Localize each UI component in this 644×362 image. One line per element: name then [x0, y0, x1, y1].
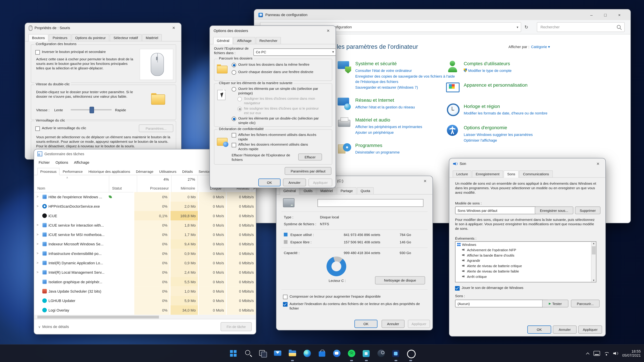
- underline-hover-radio[interactable]: Ne souligner les titres d'icônes que si …: [238, 106, 320, 115]
- radio[interactable]: [232, 117, 236, 121]
- sounds-select[interactable]: (Aucun): [455, 300, 548, 308]
- spotify-icon[interactable]: [344, 345, 359, 362]
- cp-task-link[interactable]: Modifier les formats de date, d'heure ou…: [464, 111, 561, 116]
- tab-affichage[interactable]: Affichage: [234, 37, 256, 44]
- table-row[interactable]: >Infrastructure d'extensibilité po...0%0…: [34, 249, 256, 258]
- checkbox[interactable]: [232, 143, 236, 147]
- tab-rechercher[interactable]: Rechercher: [256, 37, 281, 44]
- cp-task-link[interactable]: Optimiser l'affichage: [464, 138, 561, 143]
- double-click-speed-slider[interactable]: [70, 107, 112, 112]
- tab-boutons[interactable]: Boutons: [28, 34, 48, 41]
- tab-selecteur-rotatif[interactable]: Sélecteur rotatif: [110, 34, 142, 41]
- startup-sound-checkbox[interactable]: Jouer le son de démarrage de Windows: [455, 286, 578, 291]
- test-button[interactable]: ▶Tester: [542, 300, 568, 308]
- close-button[interactable]: ×: [612, 12, 626, 17]
- compress-checkbox[interactable]: Compresser ce lecteur pour augmenter l'e…: [283, 294, 422, 299]
- close-icon[interactable]: ×: [324, 27, 332, 34]
- test-folder-icon[interactable]: [151, 93, 165, 105]
- new-window-radio[interactable]: Ouvrir chaque dossier dans une fenêtre d…: [232, 70, 327, 75]
- close-icon[interactable]: ×: [170, 24, 178, 31]
- expand-chevron-icon[interactable]: >: [36, 261, 42, 265]
- tab-performance[interactable]: Performance: [60, 168, 85, 175]
- mail-icon[interactable]: [270, 345, 285, 362]
- tab-general[interactable]: Général: [213, 37, 233, 44]
- expand-chevron-icon[interactable]: >: [36, 204, 42, 208]
- tab-options-pointeur[interactable]: Options du pointeur: [72, 34, 109, 41]
- tab-materiel[interactable]: Matériel: [142, 34, 162, 41]
- start-icon[interactable]: [226, 345, 241, 362]
- table-row[interactable]: >Indexeur Microsoft Windows Se...0%9,4 M…: [34, 239, 256, 249]
- column-nom[interactable]: Nom: [38, 186, 45, 190]
- table-row[interactable]: LGHUB Updater0%5,9 Mo0 Mo/s0 Mbits/s: [34, 296, 256, 305]
- checkbox[interactable]: [455, 286, 460, 291]
- sound-event-item[interactable]: Arrêt critique: [456, 274, 596, 279]
- hidden-icons-chevron[interactable]: [586, 352, 590, 355]
- details-toggle[interactable]: ∨ Moins de détails: [38, 325, 69, 329]
- cp-category-title[interactable]: Réseau et Internet: [355, 97, 460, 103]
- checkbox[interactable]: [283, 302, 288, 307]
- cp-task-link[interactable]: Désinstaller un programme: [355, 150, 460, 155]
- radio[interactable]: [238, 97, 242, 101]
- tab-details[interactable]: Détails: [180, 168, 196, 175]
- table-row[interactable]: >Intel(R) Local Management Serv...0%2,4 …: [34, 268, 256, 277]
- cp-task-link[interactable]: Consulter l'état de votre ordinateur: [355, 68, 460, 73]
- close-icon[interactable]: ×: [422, 177, 429, 185]
- apply-button[interactable]: Appliquer: [408, 320, 430, 328]
- scheme-select[interactable]: Sons Windows par défaut: [455, 206, 541, 214]
- disk-cleanup-button[interactable]: Nettoyage de disque: [375, 276, 425, 284]
- tab-outils[interactable]: Outils: [300, 187, 316, 194]
- search-input[interactable]: Rechercher: [537, 22, 625, 32]
- menu-fichier[interactable]: Fichier: [36, 161, 52, 165]
- cp-task-link[interactable]: Laisser Windows suggérer les paramètres: [464, 132, 561, 138]
- events-listbox[interactable]: WindowsAchèvement de l'opération NFPAffi…: [455, 241, 596, 282]
- show-recent-folders-checkbox[interactable]: Afficher les dossiers récemment utilisés…: [232, 142, 317, 151]
- scroll-down-icon[interactable]: ▾: [592, 279, 596, 282]
- underline-browser-radio[interactable]: Souligner les titres d'icônes comme dans…: [238, 96, 320, 105]
- settings-button[interactable]: Paramètres...: [139, 124, 174, 132]
- table-row[interactable]: Logi Overlay0%34,0 Mo0 Mo/s0 Mbits/s: [34, 305, 256, 315]
- browse-button[interactable]: Parcourir...: [571, 300, 600, 308]
- sound-event-item[interactable]: Agrandir: [456, 258, 596, 263]
- checkbox[interactable]: [36, 50, 40, 55]
- cp-task-link[interactable]: Sauvegarder et restaurer (Windows 7): [355, 85, 460, 90]
- column-statut[interactable]: Statut: [112, 186, 122, 190]
- table-row[interactable]: Isolation graphique de périphér...0%5,5 …: [34, 277, 256, 286]
- table-row[interactable]: iCUE0,1%169,8 Mo0 Mo/s0 Mbits/s: [34, 211, 256, 220]
- expand-chevron-icon[interactable]: >: [36, 223, 42, 227]
- cp-category-title[interactable]: Horloge et région: [464, 103, 561, 110]
- tab-lecture[interactable]: Lecture: [453, 170, 472, 177]
- navyapp-icon[interactable]: [388, 345, 403, 362]
- logitech-icon[interactable]: [403, 345, 418, 362]
- delete-button[interactable]: Supprimer: [575, 206, 600, 214]
- tab-sons[interactable]: Sons: [504, 170, 519, 178]
- volume-icon[interactable]: [613, 351, 618, 356]
- close-icon[interactable]: ×: [594, 160, 602, 167]
- swap-buttons-checkbox[interactable]: Inverser le bouton principal et secondai…: [36, 50, 138, 54]
- cp-task-link[interactable]: Afficher l'état et la gestion du réseau: [355, 105, 460, 110]
- tab-demarrage[interactable]: Démarrage: [134, 168, 156, 175]
- sound-event-item[interactable]: Achèvement de l'opération NFP: [456, 247, 596, 252]
- radio[interactable]: [232, 70, 236, 75]
- tab-quota[interactable]: Quota: [357, 187, 374, 194]
- slider-thumb[interactable]: [90, 107, 94, 113]
- expand-chevron-icon[interactable]: >: [36, 242, 42, 246]
- expand-chevron-icon[interactable]: >: [36, 252, 42, 255]
- tab-communications[interactable]: Communications: [519, 170, 552, 177]
- radio[interactable]: [232, 63, 236, 67]
- scrollbar-thumb[interactable]: [592, 246, 596, 254]
- minimize-button[interactable]: –: [584, 12, 598, 17]
- volume-label-input[interactable]: [318, 199, 424, 207]
- cancel-button[interactable]: Annuler: [553, 326, 576, 334]
- taskview-icon[interactable]: [256, 345, 270, 362]
- chevron-down-icon[interactable]: ▾: [517, 25, 518, 29]
- column-memoire[interactable]: Mémoire: [171, 186, 195, 190]
- tab-general[interactable]: Général: [280, 187, 300, 195]
- horizontal-scrollbar[interactable]: [34, 315, 256, 319]
- cp-task-link[interactable]: Ajouter un périphérique: [355, 130, 460, 135]
- tab-pointeurs[interactable]: Pointeurs: [49, 34, 71, 41]
- store-icon[interactable]: [314, 345, 330, 362]
- menu-affichage[interactable]: Affichage: [71, 161, 92, 165]
- table-row[interactable]: >Hôte de l'expérience Windows ...0%0 Mo0…: [34, 192, 256, 201]
- search-icon[interactable]: [241, 345, 256, 362]
- cancel-button[interactable]: Annuler: [283, 178, 306, 186]
